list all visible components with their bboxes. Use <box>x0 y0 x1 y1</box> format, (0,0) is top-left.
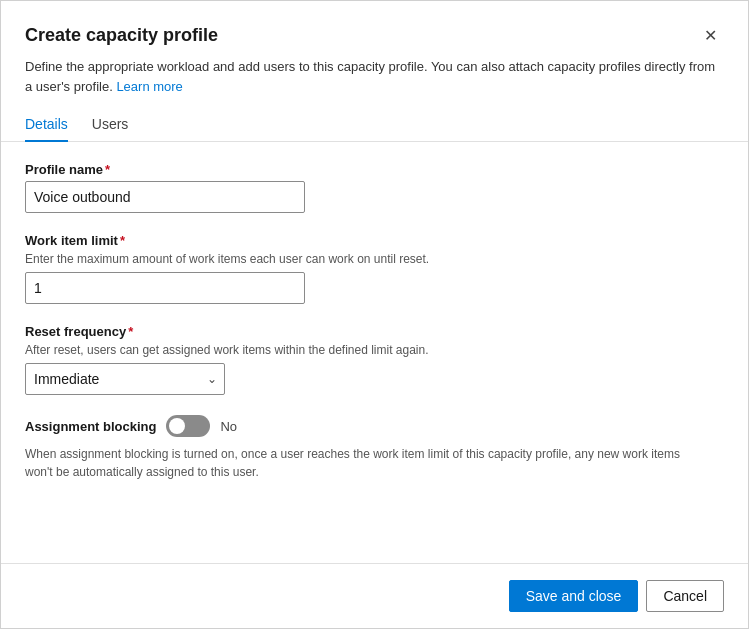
cancel-button[interactable]: Cancel <box>646 580 724 612</box>
assignment-blocking-label: Assignment blocking <box>25 419 156 434</box>
reset-frequency-hint: After reset, users can get assigned work… <box>25 343 724 357</box>
assignment-blocking-toggle[interactable] <box>166 415 210 437</box>
required-star-freq: * <box>128 324 133 339</box>
learn-more-link[interactable]: Learn more <box>116 79 182 94</box>
tab-users[interactable]: Users <box>92 108 129 142</box>
modal-footer: Save and close Cancel <box>1 563 748 628</box>
modal-header: Create capacity profile ✕ <box>1 1 748 57</box>
assignment-blocking-value: No <box>220 419 237 434</box>
assignment-blocking-description: When assignment blocking is turned on, o… <box>25 445 685 481</box>
required-star-name: * <box>105 162 110 177</box>
modal-title: Create capacity profile <box>25 25 218 46</box>
profile-name-label: Profile name* <box>25 162 724 177</box>
assignment-blocking-group: Assignment blocking No When assignment b… <box>25 415 724 481</box>
close-icon: ✕ <box>704 26 717 45</box>
work-item-limit-label: Work item limit* <box>25 233 724 248</box>
close-button[interactable]: ✕ <box>696 21 724 49</box>
save-and-close-button[interactable]: Save and close <box>509 580 639 612</box>
create-capacity-profile-modal: Create capacity profile ✕ Define the app… <box>0 0 749 629</box>
work-item-limit-hint: Enter the maximum amount of work items e… <box>25 252 724 266</box>
profile-name-input[interactable] <box>25 181 305 213</box>
reset-frequency-group: Reset frequency* After reset, users can … <box>25 324 724 395</box>
toggle-slider <box>166 415 210 437</box>
reset-frequency-select[interactable]: Immediate Daily Weekly Monthly <box>25 363 225 395</box>
reset-frequency-select-wrapper: Immediate Daily Weekly Monthly ⌄ <box>25 363 225 395</box>
work-item-limit-group: Work item limit* Enter the maximum amoun… <box>25 233 724 304</box>
required-star-limit: * <box>120 233 125 248</box>
modal-description: Define the appropriate workload and add … <box>1 57 748 108</box>
modal-body: Profile name* Work item limit* Enter the… <box>1 142 748 563</box>
tabs-bar: Details Users <box>1 108 748 142</box>
work-item-limit-input[interactable] <box>25 272 305 304</box>
toggle-row: Assignment blocking No <box>25 415 724 437</box>
profile-name-group: Profile name* <box>25 162 724 213</box>
reset-frequency-label: Reset frequency* <box>25 324 724 339</box>
tab-details[interactable]: Details <box>25 108 68 142</box>
